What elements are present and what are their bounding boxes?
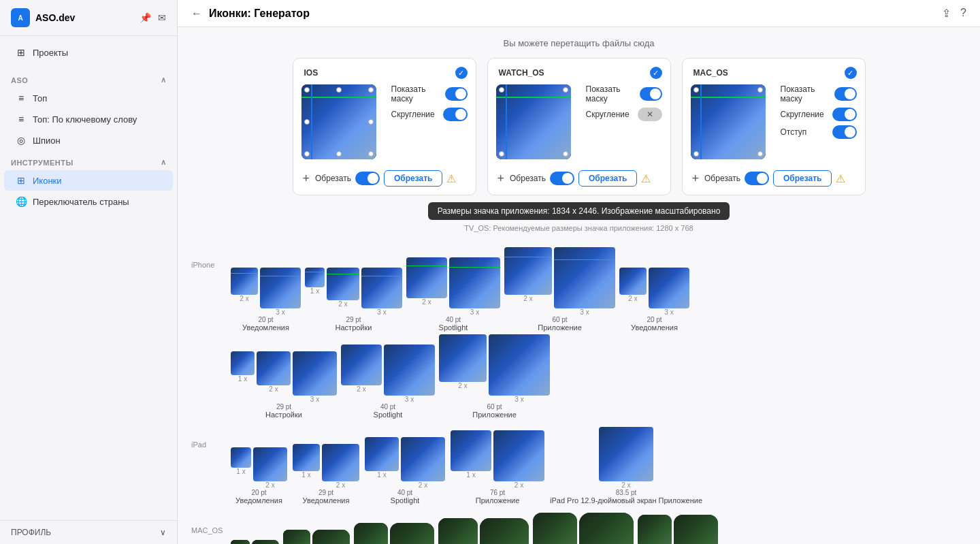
macos-rounding-toggle[interactable] [832,108,857,121]
macos-controls: Показать маску Скругление Отступ [781,84,857,165]
iphone-spotlight-40: 2 x 3 x 40 pt Spotlight [406,257,500,332]
watchos-rounding-toggle[interactable]: ✕ [638,108,662,121]
projects-section: ⊞ Проекты [0,36,177,69]
blue-guideline [311,84,312,159]
sidebar-header: A ASO.dev 📌 ✉ [0,0,177,36]
sidebar-item-country[interactable]: 🌐 Переключатель страны [4,191,173,212]
profile-label: ПРОФИЛЬ [11,528,51,537]
watchos-handle-tr[interactable] [563,87,568,93]
icon-scale: 2 x [419,481,427,489]
watchos-editor: WATCH_OS ✓ Показать м [487,58,671,195]
thumb-2x: 2 x [257,351,291,403]
handle-mr[interactable] [368,119,374,125]
ios-rounding-label: Скругление [391,110,435,119]
icon-thumb [406,257,447,298]
icon-name: Приложение [472,411,517,419]
iphone-icons-row1: 2 x 3 x 20 pt Уведомления [231,247,689,332]
icon-pt: 60 pt [552,316,567,323]
watchos-show-mask-toggle[interactable] [640,87,662,101]
page-title: Иконки: Генератор [209,7,310,20]
help-icon[interactable]: ? [960,7,966,20]
watchos-crop-toggle[interactable] [550,172,574,185]
macos-green-guideline [691,97,766,98]
watchos-handle-tl[interactable] [499,87,504,93]
icon-scale: 3 x [514,396,523,403]
icon-thumb [401,437,445,481]
watchos-crop-button[interactable]: Обрезать [578,170,637,187]
thumb-1x: 1 x [533,513,577,544]
ios-bottom-row: + Обрезать Обрезать ⚠ [301,170,468,187]
ios-add-button[interactable]: + [301,172,312,186]
back-button[interactable]: ← [191,7,202,20]
thumb-2x: 2 x [619,268,647,316]
pin-icon[interactable]: 📌 [140,12,151,23]
icon-name: Spotlight [374,411,403,419]
sidebar-item-top-keyword[interactable]: ≡ Топ: По ключевому слову [4,109,173,129]
iphone-notif-20-2x: 2 x [231,268,258,316]
macos-show-mask-toggle[interactable] [834,87,857,101]
iphone-r2-app-thumbs: 2 x 3 x [439,334,550,403]
thumb-3x: 3 x [449,257,500,316]
watchos-handle-bl[interactable] [499,151,504,157]
ios-show-mask-toggle[interactable] [445,87,468,101]
macos-crop-toggle[interactable] [745,172,769,185]
sidebar-item-spy[interactable]: ◎ Шпион [4,130,173,150]
tools-collapse-icon[interactable]: ∧ [161,158,167,167]
thumb-3x: 3 x [489,334,550,403]
macos-crop-button[interactable]: Обрезать [773,170,832,187]
thumb-2x: 2 x [390,523,434,544]
watchos-handle-br[interactable] [563,151,568,157]
watchos-add-button[interactable]: + [496,172,506,186]
icon-name: iPad Pro 12.9-дюймовый экран Приложение [550,496,702,505]
ios-crop-button[interactable]: Обрезать [384,170,442,187]
ios-crop-toggle[interactable] [355,172,380,185]
icon-scale: 3 x [276,308,284,316]
macos-handle-tr[interactable] [757,87,763,93]
iphone-notif-20-thumbs: 2 x 3 x [231,268,301,316]
thumb-2x: 2 x [406,257,447,316]
icon-thumb [293,351,337,396]
handle-br[interactable] [368,151,374,157]
macos-handle-br[interactable] [757,151,763,157]
icon-name: Уведомления [631,323,678,332]
ipad-section: iPad 1 x 2 x 20 pt Уве [191,427,966,505]
handle-bm[interactable] [336,151,342,157]
thumb-2x: 2 x [579,513,634,544]
thumb-1x: 1 x [283,530,310,544]
ios-rounding-toggle[interactable] [443,108,468,121]
handle-tm[interactable] [336,87,342,93]
macos-indent-toggle[interactable] [832,125,857,139]
iphone-app-60-thumbs: 2 x 3 x [504,247,615,316]
icon-name: Уведомления [242,323,289,332]
header-icons: 📌 ✉ [140,12,166,23]
icon-scale: 3 x [405,396,414,403]
icon-pt: 40 pt [380,403,395,411]
icon-name: Spotlight [439,323,468,332]
icon-pt: 29 pt [276,403,291,411]
macos-handle-bl[interactable] [693,151,699,157]
sidebar-item-icons[interactable]: ⊞ Иконки [4,170,173,191]
ipad-icons-row: 1 x 2 x 20 pt Уведомления [231,427,702,505]
handle-tl[interactable] [304,87,310,93]
macos-app-store-thumbs: 1 x 2 x [638,515,718,544]
mail-icon[interactable]: ✉ [158,12,166,23]
sidebar-item-projects[interactable]: ⊞ Проекты [4,42,173,63]
ios-check-icon: ✓ [455,67,468,79]
macos-add-button[interactable]: + [691,172,701,186]
macos-handle-tl[interactable] [693,87,699,93]
icon-thumb [283,530,310,544]
aso-collapse-icon[interactable]: ∧ [161,76,167,84]
share-icon[interactable]: ⇪ [942,7,951,20]
icon-pt: 40 pt [397,489,412,496]
handle-ml[interactable] [304,119,310,125]
handle-tr[interactable] [368,87,374,93]
icon-editors-row: IOS ✓ [191,58,966,195]
handle-bl[interactable] [304,151,310,157]
thumb-3x: 3 x [649,268,689,316]
icon-thumb [533,513,577,544]
icon-name: Уведомления [303,496,350,505]
profile-section[interactable]: ПРОФИЛЬ ∨ [0,520,177,544]
icon-pt: 83.5 pt [616,489,637,496]
iphone-r2-spotlight: 2 x 3 x 40 pt Spotlight [341,345,435,419]
sidebar-item-top[interactable]: ≡ Топ [4,88,173,108]
